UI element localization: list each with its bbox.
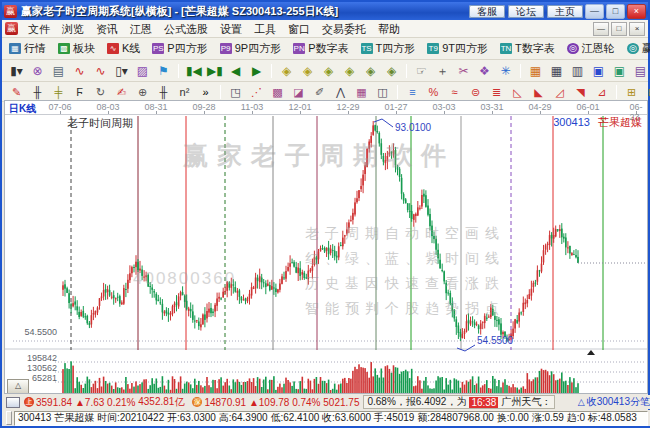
last-page-button[interactable]: ▶▮ bbox=[205, 62, 224, 80]
doc-minimize-button[interactable]: — bbox=[593, 22, 609, 36]
angle-left-tool[interactable]: ◣ bbox=[529, 83, 548, 101]
toolbar-overflow-chevron[interactable]: » bbox=[196, 83, 215, 101]
doc-close-button[interactable]: × bbox=[629, 22, 645, 36]
marker-tool[interactable]: ✍ bbox=[112, 83, 131, 101]
resize-grip[interactable] bbox=[6, 411, 12, 425]
kline-period-dropdown[interactable]: ▮▾ bbox=[7, 62, 26, 80]
zoom-out-tool[interactable]: ⊗ bbox=[28, 62, 47, 80]
save-as-button[interactable]: ▣ bbox=[610, 62, 629, 80]
percent-tool[interactable]: % bbox=[424, 83, 443, 101]
time-rule-tool[interactable]: ╫ bbox=[28, 83, 47, 101]
box-select-tool[interactable]: ◳ bbox=[226, 83, 245, 101]
toolbar-winner-wheel-button[interactable]: ◎赢家轮 bbox=[624, 39, 650, 58]
angle-up-tool[interactable]: ◺ bbox=[508, 83, 527, 101]
toolbar-t-number-table-button[interactable]: TNT数字表 bbox=[497, 39, 558, 58]
shanghai-index-icon[interactable]: 上 bbox=[24, 397, 34, 407]
table-view-b-button[interactable]: ⊞ bbox=[643, 83, 650, 101]
shanghai-index-value[interactable]: 3591.84 bbox=[36, 397, 72, 408]
wave-tool[interactable]: ≈ bbox=[445, 83, 464, 101]
flower-tool[interactable]: ✳ bbox=[496, 62, 515, 80]
n-square-tool[interactable]: n² bbox=[175, 83, 194, 101]
scissors-tool[interactable]: ✂ bbox=[454, 62, 473, 80]
circle-cross-tool[interactable]: ⊕ bbox=[133, 83, 152, 101]
menu-browse[interactable]: 浏览 bbox=[56, 23, 90, 35]
kline-canvas[interactable] bbox=[5, 114, 648, 394]
menu-tools[interactable]: 工具 bbox=[248, 23, 282, 35]
save-button[interactable]: ▣ bbox=[589, 62, 608, 80]
spiral-tool[interactable]: ↻ bbox=[91, 83, 110, 101]
menu-help[interactable]: 帮助 bbox=[372, 23, 406, 35]
pencil-line-tool[interactable]: ✐ bbox=[310, 83, 329, 101]
first-page-button[interactable]: ▮◀ bbox=[184, 62, 203, 80]
lines-tool[interactable]: ≣ bbox=[487, 83, 506, 101]
toolbar-9t-square-button[interactable]: T99T四方形 bbox=[424, 39, 491, 58]
doc-restore-button[interactable]: □ bbox=[611, 22, 627, 36]
zigzag-tool[interactable]: ⋀ bbox=[331, 83, 350, 101]
shenzhen-index-value[interactable]: 14870.91 bbox=[204, 397, 246, 408]
luntan-button[interactable]: 论坛 bbox=[508, 5, 544, 18]
slope-tool[interactable]: ⊿ bbox=[592, 83, 611, 101]
expand-pane-button[interactable]: △ bbox=[7, 379, 29, 394]
target-tool[interactable]: ⊜ bbox=[466, 83, 485, 101]
quote-grid-icon[interactable] bbox=[6, 397, 20, 408]
menu-formula-stock-pick[interactable]: 公式选股 bbox=[158, 23, 214, 35]
table-view-a-button[interactable]: ⊞ bbox=[622, 83, 641, 101]
diamond-cycle-5[interactable]: ◈ bbox=[361, 62, 380, 80]
diamond-cycle-1[interactable]: ◈ bbox=[277, 62, 296, 80]
corner-box-tool[interactable]: ◪ bbox=[289, 83, 308, 101]
menu-news[interactable]: 资讯 bbox=[90, 23, 124, 35]
restore-button[interactable]: □ bbox=[606, 4, 625, 19]
grid-box-tool[interactable]: ▦ bbox=[352, 83, 371, 101]
toolbar-p-square-button[interactable]: PSP四方形 bbox=[149, 39, 210, 58]
clipboard-tool[interactable]: ▤ bbox=[49, 62, 68, 80]
trend-b-tool[interactable]: ∿ bbox=[91, 62, 110, 80]
toolbar-p-number-table-button[interactable]: PNP数字表 bbox=[290, 39, 351, 58]
menu-settings[interactable]: 设置 bbox=[214, 23, 248, 35]
half-box-tool[interactable]: ◫ bbox=[373, 83, 392, 101]
zhuye-button[interactable]: 主页 bbox=[547, 5, 583, 18]
diamond-cycle-6[interactable]: ◈ bbox=[382, 62, 401, 80]
toolbar-9p-square-button[interactable]: P99P四方形 bbox=[217, 39, 284, 58]
quote-info-field[interactable]: 300413 芒果超媒 时间:20210422 开:63.0300 高:64.3… bbox=[14, 411, 648, 426]
chart-area[interactable]: 日K线 07-0608-0308-3109-2811-0312-0112-290… bbox=[4, 100, 648, 394]
toolbar-sectors-button[interactable]: ▩板块 bbox=[55, 39, 98, 58]
minimize-button[interactable]: — bbox=[585, 4, 604, 19]
candle-type-dropdown[interactable]: ▯▾ bbox=[112, 62, 131, 80]
fan-lines-tool[interactable]: ⋰ bbox=[247, 83, 266, 101]
price-rule-tool[interactable]: ╪ bbox=[49, 83, 68, 101]
diamond-cycle-2[interactable]: ◈ bbox=[298, 62, 317, 80]
tick-data-link[interactable]: △ 收300413分笔 bbox=[578, 395, 650, 409]
close-button[interactable]: × bbox=[627, 4, 646, 19]
angle-right-tool[interactable]: ◿ bbox=[550, 83, 569, 101]
pattern-box-tool[interactable]: ▨ bbox=[133, 62, 152, 80]
grid-rule-tool[interactable]: ╫ bbox=[154, 83, 173, 101]
levels-tool[interactable]: ≡ bbox=[403, 83, 422, 101]
calendar-21-button[interactable]: ▦ bbox=[526, 62, 545, 80]
crosshair-tool[interactable]: ＋ bbox=[433, 62, 452, 80]
title-bar[interactable]: 赢 赢家老子时空周期系统[纵横板] - [芒果超媒 SZ300413-255日K… bbox=[2, 2, 648, 20]
hand-drag-tool[interactable]: ☞ bbox=[412, 62, 431, 80]
shenzhen-index-icon[interactable]: 深 bbox=[192, 397, 202, 407]
brush-tool[interactable]: ✎ bbox=[7, 83, 26, 101]
menu-file[interactable]: 文件 bbox=[22, 23, 56, 35]
angle-down-tool[interactable]: ◥ bbox=[571, 83, 590, 101]
prev-bar-button[interactable]: ◀ bbox=[226, 62, 245, 80]
diamond-cycle-4[interactable]: ◈ bbox=[340, 62, 359, 80]
fib-f-tool[interactable]: Ϝ bbox=[70, 83, 89, 101]
calculator-button[interactable]: ▦ bbox=[547, 62, 566, 80]
toolbar-market-button[interactable]: ▦行情 bbox=[6, 39, 49, 58]
hatch-box-tool[interactable]: ▩ bbox=[268, 83, 287, 101]
diamond-cycle-3[interactable]: ◈ bbox=[319, 62, 338, 80]
kefu-button[interactable]: 客服 bbox=[469, 5, 505, 18]
toolbar-t-square-button[interactable]: TST四方形 bbox=[358, 39, 419, 58]
sheet-calc-button[interactable]: ▥ bbox=[568, 62, 587, 80]
gann-web-tool[interactable]: ❖ bbox=[475, 62, 494, 80]
news-ticker[interactable]: 0.68%，报6.4092，为 16:38 广州天气： bbox=[363, 395, 555, 409]
trend-a-tool[interactable]: ∿ bbox=[70, 62, 89, 80]
print-button[interactable]: ▤ bbox=[631, 62, 650, 80]
toolbar-kline-button[interactable]: ∿K线 bbox=[104, 39, 143, 58]
menu-trade[interactable]: 交易委托 bbox=[316, 23, 372, 35]
flag-tool[interactable]: ⚑ bbox=[154, 62, 173, 80]
toolbar-gann-wheel-button[interactable]: ◎江恩轮 bbox=[564, 39, 618, 58]
next-bar-button[interactable]: ▶ bbox=[247, 62, 266, 80]
